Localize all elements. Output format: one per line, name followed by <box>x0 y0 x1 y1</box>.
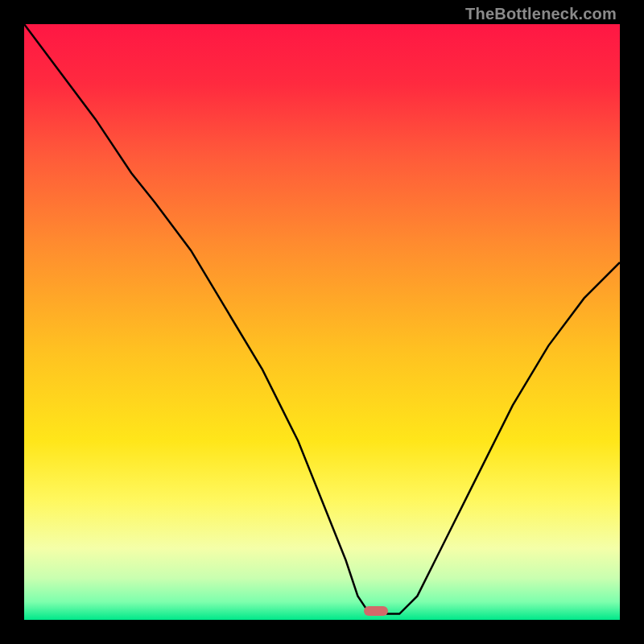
chart-container: TheBottleneck.com <box>0 0 644 644</box>
optimum-marker <box>364 606 388 616</box>
bottleneck-curve <box>24 24 620 620</box>
watermark-text: TheBottleneck.com <box>465 5 617 23</box>
plot-area <box>24 24 620 620</box>
curve-path <box>24 24 620 614</box>
